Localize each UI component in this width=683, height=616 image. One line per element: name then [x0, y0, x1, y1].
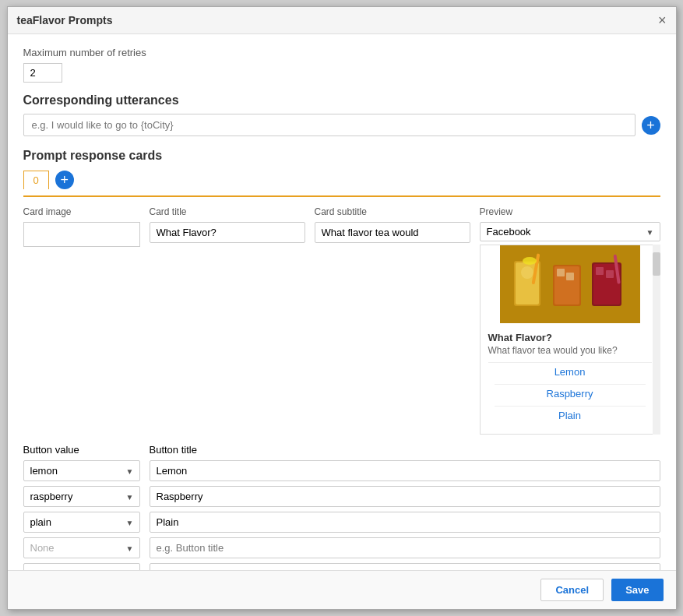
col-subtitle: Card subtitle: [315, 206, 470, 435]
card-content: Card image Card title Card subtitle: [23, 195, 660, 570]
preview-scrollbar-thumb: [653, 252, 660, 276]
preview-platform-select-wrapper: Facebook Slack Twilio Kik: [480, 222, 660, 241]
button-row-plain: lemon raspberry plain: [23, 512, 660, 533]
card-subtitle-label: Card subtitle: [315, 206, 470, 217]
button-title-none2-input[interactable]: [150, 563, 660, 570]
preview-text-area: What Flavor? What flavor tea would you l…: [481, 326, 660, 434]
retries-label: Maximum number of retries: [23, 47, 660, 58]
dialog-title: teaFlavor Prompts: [17, 14, 113, 26]
button-row-none-2: None lemon raspberry plain: [23, 563, 660, 570]
card-tab-row: 0 +: [23, 171, 660, 189]
dialog-body: Maximum number of retries Corresponding …: [8, 34, 676, 570]
col-title: Card title: [150, 206, 305, 435]
svg-point-3: [521, 266, 533, 279]
button-title-label: Button title: [150, 444, 660, 456]
preview-card-title: What Flavor?: [488, 332, 652, 343]
preview-btn-lemon[interactable]: Lemon: [495, 363, 646, 381]
card-subtitle-input[interactable]: [315, 222, 470, 243]
button-title-raspberry-input[interactable]: [150, 486, 660, 507]
svg-point-14: [523, 257, 537, 265]
button-row-none-1: None lemon raspberry plain: [23, 537, 660, 558]
button-value-plain-wrapper: lemon raspberry plain: [23, 512, 140, 533]
button-value-raspberry-wrapper: lemon raspberry plain: [23, 486, 140, 507]
card-title-input[interactable]: [150, 222, 305, 243]
button-value-none1-select[interactable]: None lemon raspberry plain: [23, 537, 140, 558]
close-button[interactable]: ×: [658, 13, 667, 27]
add-card-button[interactable]: +: [55, 171, 74, 189]
svg-rect-11: [596, 267, 604, 275]
preview-scrollbar: [653, 245, 660, 435]
button-row-lemon: lemon raspberry plain: [23, 460, 660, 481]
button-value-none1-wrapper: None lemon raspberry plain: [23, 537, 140, 558]
svg-rect-12: [606, 270, 614, 278]
button-value-plain-select[interactable]: lemon raspberry plain: [23, 512, 140, 533]
preview-btn-plain[interactable]: Plain: [495, 406, 646, 424]
button-value-label: Button value: [23, 444, 140, 456]
button-row-raspberry: lemon raspberry plain: [23, 486, 660, 507]
card-image-box[interactable]: [23, 222, 140, 247]
prompt-response-title: Prompt response cards: [23, 149, 660, 163]
svg-rect-8: [566, 273, 574, 280]
preview-buttons-area: Lemon Raspberry Plain: [488, 362, 652, 424]
save-button[interactable]: Save: [611, 579, 663, 601]
preview-btn-raspberry[interactable]: Raspberry: [495, 384, 646, 403]
add-utterance-button[interactable]: +: [642, 116, 660, 135]
prompt-response-section: Prompt response cards 0 + Card image Car…: [23, 149, 660, 570]
button-value-lemon-wrapper: lemon raspberry plain: [23, 460, 140, 481]
preview-card-wrapper: What Flavor? What flavor tea would you l…: [480, 245, 660, 435]
col-image: Card image: [23, 206, 140, 435]
preview-card: What Flavor? What flavor tea would you l…: [480, 245, 660, 435]
preview-drinks-image: [481, 245, 660, 323]
preview-card-subtitle: What flavor tea would you like?: [488, 345, 652, 356]
button-value-none2-wrapper: None lemon raspberry plain: [23, 563, 140, 570]
button-title-plain-input[interactable]: [150, 512, 660, 533]
utterances-title: Corresponding utterances: [23, 93, 660, 107]
col-preview: Preview Facebook Slack Twilio Kik: [480, 206, 660, 435]
retries-input[interactable]: [23, 63, 62, 83]
button-value-none2-select[interactable]: None lemon raspberry plain: [23, 563, 140, 570]
utterance-input[interactable]: [23, 114, 635, 136]
retries-section: Maximum number of retries: [23, 47, 660, 83]
card-tab-0[interactable]: 0: [23, 171, 49, 189]
card-image-label: Card image: [23, 206, 140, 217]
card-title-label: Card title: [150, 206, 305, 217]
dialog-header: teaFlavor Prompts ×: [8, 7, 676, 34]
preview-platform-select[interactable]: Facebook Slack Twilio Kik: [480, 222, 660, 241]
cancel-button[interactable]: Cancel: [540, 579, 604, 601]
button-value-raspberry-select[interactable]: lemon raspberry plain: [23, 486, 140, 507]
dialog: teaFlavor Prompts × Maximum number of re…: [7, 6, 677, 610]
utterance-row: +: [23, 114, 660, 136]
dialog-footer: Cancel Save: [8, 570, 676, 609]
preview-label: Preview: [480, 206, 660, 217]
button-title-lemon-input[interactable]: [150, 460, 660, 481]
svg-rect-7: [557, 269, 565, 276]
button-title-none1-input[interactable]: [150, 537, 660, 558]
button-value-lemon-select[interactable]: lemon raspberry plain: [23, 460, 140, 481]
button-labels-row: Button value Button title: [23, 444, 660, 456]
card-columns: Card image Card title Card subtitle: [23, 206, 660, 435]
utterances-section: Corresponding utterances +: [23, 93, 660, 136]
